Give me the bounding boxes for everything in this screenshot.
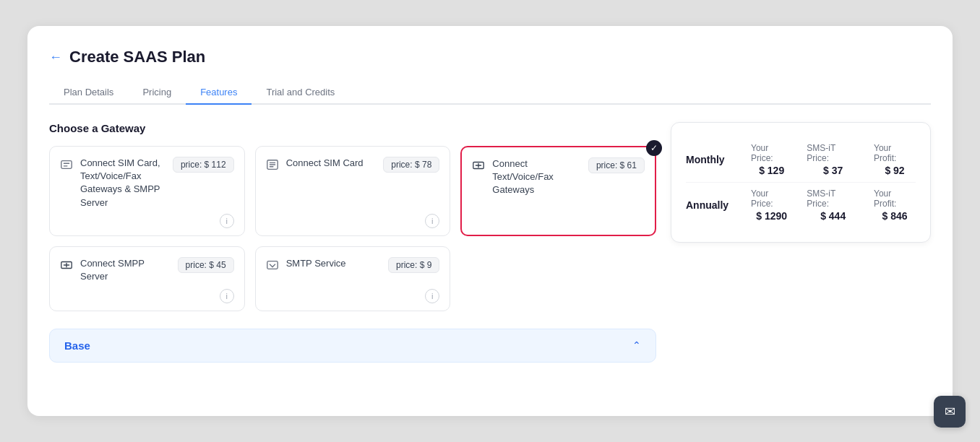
monthly-smsi-price-col: SMS-iT Price: $ 37: [807, 143, 859, 176]
gateway-section-title: Choose a Gateway: [49, 122, 656, 134]
gateway-4-info: i: [60, 289, 234, 303]
gateway-5-price: price: $ 9: [388, 257, 439, 273]
back-button[interactable]: ←: [49, 50, 62, 65]
svg-rect-0: [61, 161, 72, 169]
gateway-5-info-icon[interactable]: i: [425, 289, 439, 303]
annually-profit-label: Your Profit:: [874, 188, 916, 209]
annually-profit-col: Your Profit: $ 846: [874, 188, 916, 222]
monthly-profit-col: Your Profit: $ 92: [874, 143, 916, 176]
gateway-3-price: price: $ 61: [588, 157, 645, 173]
gateway-1-icon: [60, 158, 73, 174]
header: ← Create SAAS Plan: [49, 48, 931, 66]
page-title: Create SAAS Plan: [69, 48, 205, 66]
gateway-grid: Connect SIM Card, Text/Voice/Fax Gateway…: [49, 146, 656, 311]
gateway-card-2-top: Connect SIM Card price: $ 78: [266, 157, 440, 174]
monthly-pricing-row: Monthly Your Price: $ 129 SMS-iT Price: …: [686, 137, 916, 183]
annually-your-price-label: Your Price:: [751, 188, 792, 209]
gateway-card-1-top: Connect SIM Card, Text/Voice/Fax Gateway…: [60, 157, 234, 209]
gateway-card-5[interactable]: SMTP Service price: $ 9 i: [255, 246, 451, 311]
gateway-2-icon: [266, 158, 279, 174]
tab-trial-credits[interactable]: Trial and Credits: [252, 81, 349, 105]
annually-your-price-value: $ 1290: [756, 210, 787, 222]
annually-pricing-group: Your Price: $ 1290 SMS-iT Price: $ 444 Y…: [751, 188, 916, 222]
gateway-5-info: i: [266, 289, 440, 303]
tab-plan-details[interactable]: Plan Details: [49, 81, 128, 105]
main-card: ← Create SAAS Plan Plan Details Pricing …: [27, 26, 953, 416]
annually-profit-value: $ 846: [882, 210, 907, 222]
gateway-2-row: Connect SIM Card: [266, 157, 364, 174]
annually-smsi-price-col: SMS-iT Price: $ 444: [807, 188, 859, 222]
base-bar[interactable]: Base ⌃: [49, 329, 656, 363]
gateway-2-info: i: [266, 214, 440, 228]
gateway-2-price: price: $ 78: [383, 157, 439, 173]
gateway-4-row: Connect SMPP Server: [60, 257, 172, 283]
annually-pricing-row: Annually Your Price: $ 1290 SMS-iT Price…: [686, 183, 916, 228]
gateway-card-4[interactable]: Connect SMPP Server price: $ 45 i: [49, 246, 245, 311]
gateway-1-price: price: $ 112: [173, 157, 234, 173]
gateway-4-price: price: $ 45: [178, 257, 234, 273]
gateway-1-row: Connect SIM Card, Text/Voice/Fax Gateway…: [60, 157, 167, 209]
left-panel: Choose a Gateway Connect SIM Card, Text/…: [49, 122, 656, 363]
gateway-3-name: Connect Text/Voice/Fax Gateways: [492, 157, 583, 197]
gateway-card-5-top: SMTP Service price: $ 9: [266, 257, 440, 274]
pricing-card: Monthly Your Price: $ 129 SMS-iT Price: …: [671, 122, 931, 243]
gateway-3-icon: [472, 159, 485, 175]
gateway-5-row: SMTP Service: [266, 257, 346, 274]
gateway-card-2[interactable]: Connect SIM Card price: $ 78 i: [255, 146, 451, 236]
monthly-pricing-group: Your Price: $ 129 SMS-iT Price: $ 37 You…: [751, 143, 916, 176]
annually-smsi-label: SMS-iT Price:: [807, 188, 859, 209]
monthly-label: Monthly: [686, 154, 736, 165]
content-area: Choose a Gateway Connect SIM Card, Text/…: [49, 122, 931, 363]
gateway-4-name: Connect SMPP Server: [80, 257, 172, 283]
tab-pricing[interactable]: Pricing: [128, 81, 186, 105]
tab-features[interactable]: Features: [186, 81, 252, 105]
svg-rect-4: [267, 261, 277, 269]
gateway-card-1[interactable]: Connect SIM Card, Text/Voice/Fax Gateway…: [49, 146, 245, 236]
annually-your-price-col: Your Price: $ 1290: [751, 188, 792, 222]
gateway-5-icon: [266, 259, 279, 274]
message-button[interactable]: ✉: [934, 396, 966, 428]
gateway-2-info-icon[interactable]: i: [425, 214, 439, 228]
tabs-bar: Plan Details Pricing Features Trial and …: [49, 81, 931, 105]
monthly-profit-label: Your Profit:: [874, 143, 916, 163]
gateway-4-info-icon[interactable]: i: [220, 289, 234, 303]
gateway-3-row: Connect Text/Voice/Fax Gateways: [472, 157, 583, 197]
monthly-smsi-label: SMS-iT Price:: [807, 143, 859, 163]
gateway-1-info-icon[interactable]: i: [220, 214, 234, 228]
chevron-up-icon: ⌃: [632, 339, 641, 351]
base-label: Base: [64, 339, 90, 352]
monthly-smsi-value: $ 37: [823, 165, 843, 176]
monthly-your-price-value: $ 129: [759, 165, 784, 176]
gateway-3-check: ✓: [646, 140, 662, 156]
gateway-1-name: Connect SIM Card, Text/Voice/Fax Gateway…: [80, 157, 167, 209]
gateway-card-3-top: Connect Text/Voice/Fax Gateways price: $…: [472, 157, 645, 197]
monthly-your-price-col: Your Price: $ 129: [751, 143, 792, 176]
gateway-1-info: i: [60, 214, 234, 228]
monthly-your-price-label: Your Price:: [751, 143, 792, 163]
gateway-2-name: Connect SIM Card: [286, 157, 364, 170]
annually-smsi-value: $ 444: [820, 210, 846, 222]
gateway-5-name: SMTP Service: [286, 257, 346, 270]
right-panel: Monthly Your Price: $ 129 SMS-iT Price: …: [671, 122, 931, 363]
gateway-card-4-top: Connect SMPP Server price: $ 45: [60, 257, 234, 283]
gateway-4-icon: [60, 259, 73, 274]
annually-label: Annually: [686, 199, 736, 211]
gateway-card-3[interactable]: ✓ Connect Text/Voice/Fax Gateways price:…: [460, 146, 656, 236]
monthly-profit-value: $ 92: [885, 165, 904, 176]
